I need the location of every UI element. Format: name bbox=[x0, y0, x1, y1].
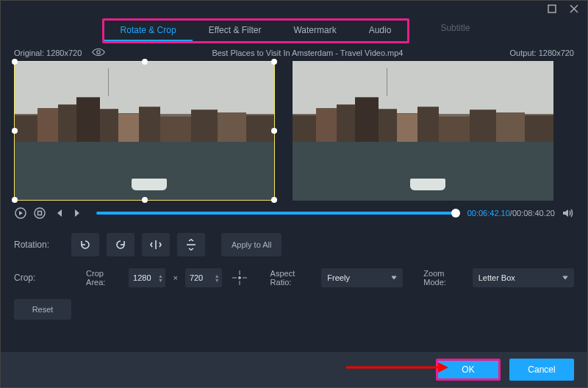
prev-frame-button[interactable] bbox=[52, 206, 65, 220]
svg-point-5 bbox=[238, 277, 240, 279]
zoom-mode-dropdown[interactable]: Letter Box bbox=[473, 268, 574, 287]
chevron-down-icon bbox=[391, 275, 397, 281]
crop-height-input[interactable]: 720 ▲▼ bbox=[185, 268, 222, 287]
tab-subtitle[interactable]: Subtitle bbox=[424, 18, 486, 43]
svg-point-1 bbox=[97, 51, 101, 54]
crop-width-input[interactable]: 1280 ▲▼ bbox=[129, 268, 165, 287]
crop-handle-ne[interactable] bbox=[271, 59, 277, 65]
rotation-label: Rotation: bbox=[14, 240, 64, 250]
tab-rotate-crop[interactable]: Rotate & Crop bbox=[104, 21, 193, 41]
playback-timeline[interactable] bbox=[96, 212, 456, 215]
crop-frame[interactable] bbox=[14, 61, 275, 201]
crop-handle-n[interactable] bbox=[142, 59, 148, 65]
tab-bar: Rotate & Crop Effect & Filter Watermark … bbox=[1, 18, 587, 43]
output-preview bbox=[293, 61, 553, 201]
current-time: 00:06:42.10 bbox=[467, 209, 510, 218]
next-frame-button[interactable] bbox=[71, 206, 85, 220]
crop-handle-se[interactable] bbox=[271, 197, 277, 203]
crop-handle-nw[interactable] bbox=[12, 59, 18, 65]
crop-handle-w[interactable] bbox=[12, 128, 18, 134]
original-resolution-label: Original: 1280x720 bbox=[14, 48, 82, 57]
crop-handle-e[interactable] bbox=[271, 128, 277, 134]
time-display: 00:06:42.10/00:08:40.20 bbox=[467, 209, 555, 218]
dimension-separator: × bbox=[173, 273, 177, 282]
maximize-button[interactable] bbox=[542, 1, 562, 16]
tab-effect-filter[interactable]: Effect & Filter bbox=[193, 21, 278, 41]
cancel-button[interactable]: Cancel bbox=[509, 359, 574, 381]
original-preview[interactable] bbox=[14, 61, 275, 201]
play-button[interactable] bbox=[14, 206, 27, 220]
zoom-mode-label: Zoom Mode: bbox=[423, 269, 465, 287]
height-down-icon[interactable]: ▼ bbox=[213, 279, 220, 282]
width-down-icon[interactable]: ▼ bbox=[157, 279, 164, 282]
video-title: Best Places to Visit In Amsterdam - Trav… bbox=[105, 48, 509, 57]
svg-rect-4 bbox=[38, 212, 42, 215]
aspect-ratio-dropdown[interactable]: Freely bbox=[321, 268, 403, 287]
tab-watermark[interactable]: Watermark bbox=[277, 21, 352, 41]
reset-button[interactable]: Reset bbox=[14, 299, 71, 320]
crop-handle-s[interactable] bbox=[142, 197, 148, 203]
svg-point-3 bbox=[35, 208, 45, 218]
timeline-thumb[interactable] bbox=[451, 209, 460, 218]
tab-audio[interactable]: Audio bbox=[353, 21, 408, 41]
volume-button[interactable] bbox=[561, 206, 574, 220]
svg-rect-0 bbox=[548, 5, 556, 12]
output-resolution-label: Output: 1280x720 bbox=[510, 48, 574, 57]
center-crop-button[interactable] bbox=[229, 267, 249, 289]
apply-to-all-button[interactable]: Apply to All bbox=[221, 233, 282, 256]
chevron-down-icon bbox=[562, 275, 568, 281]
height-up-icon[interactable]: ▲ bbox=[213, 274, 220, 278]
preview-visibility-icon[interactable] bbox=[92, 48, 105, 58]
crop-label: Crop: bbox=[14, 273, 60, 283]
width-up-icon[interactable]: ▲ bbox=[157, 274, 164, 278]
stop-button[interactable] bbox=[33, 206, 46, 220]
crop-handle-sw[interactable] bbox=[12, 197, 18, 203]
close-button[interactable] bbox=[564, 1, 584, 16]
video-frame-output bbox=[293, 61, 553, 201]
crop-area-label: Crop Area: bbox=[86, 269, 121, 287]
rotate-left-button[interactable] bbox=[71, 233, 99, 256]
aspect-ratio-label: Aspect Ratio: bbox=[270, 269, 315, 287]
ok-button[interactable]: OK bbox=[436, 359, 501, 381]
flip-horizontal-button[interactable] bbox=[142, 233, 170, 256]
rotate-right-button[interactable] bbox=[107, 233, 135, 256]
flip-vertical-button[interactable] bbox=[177, 233, 205, 256]
total-time: /00:08:40.20 bbox=[510, 209, 555, 218]
tabs-highlight-annotation: Rotate & Crop Effect & Filter Watermark … bbox=[102, 18, 410, 43]
